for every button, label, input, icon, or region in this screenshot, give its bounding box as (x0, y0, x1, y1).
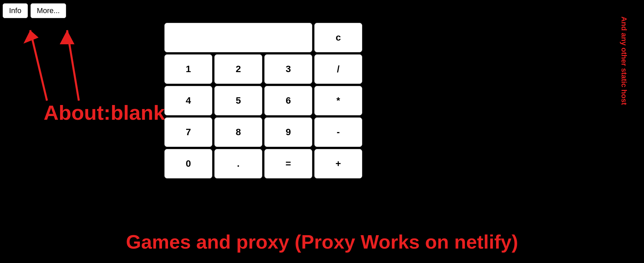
svg-line-0 (30, 30, 47, 101)
bottom-label: Games and proxy (Proxy Works on netlify) (126, 230, 518, 253)
calc-btn-plus[interactable]: + (314, 149, 362, 178)
more-button[interactable]: More... (31, 3, 66, 18)
calc-btn-4[interactable]: 4 (164, 86, 212, 115)
calc-btn-1[interactable]: 1 (164, 54, 212, 84)
info-button[interactable]: Info (3, 3, 28, 18)
top-buttons: Info More... (3, 3, 66, 18)
calc-btn-c[interactable]: c (314, 23, 362, 52)
calc-btn-equals[interactable]: = (264, 149, 312, 178)
calc-display (164, 23, 312, 52)
calc-btn-7[interactable]: 7 (164, 117, 212, 147)
calc-btn-9[interactable]: 9 (264, 117, 312, 147)
svg-line-2 (67, 30, 79, 101)
calc-btn-3[interactable]: 3 (264, 54, 312, 84)
svg-marker-3 (60, 30, 74, 44)
calc-btn-multiply[interactable]: * (314, 86, 362, 115)
about-blank-label: About:blank (44, 101, 165, 124)
calc-btn-minus[interactable]: - (314, 117, 362, 147)
arrows-decoration (20, 20, 114, 114)
calculator: c 1 2 3 / 4 5 6 * 7 8 9 - 0 . = + (164, 23, 362, 178)
calc-btn-0[interactable]: 0 (164, 149, 212, 178)
calc-btn-divide[interactable]: / (314, 54, 362, 84)
svg-marker-1 (23, 30, 39, 44)
calc-grid: c 1 2 3 / 4 5 6 * 7 8 9 - 0 . = + (164, 23, 362, 178)
calc-btn-6[interactable]: 6 (264, 86, 312, 115)
calc-btn-8[interactable]: 8 (214, 117, 262, 147)
calc-btn-2[interactable]: 2 (214, 54, 262, 84)
side-text-label: And any other static host (620, 16, 628, 105)
calc-btn-5[interactable]: 5 (214, 86, 262, 115)
calc-btn-dot[interactable]: . (214, 149, 262, 178)
